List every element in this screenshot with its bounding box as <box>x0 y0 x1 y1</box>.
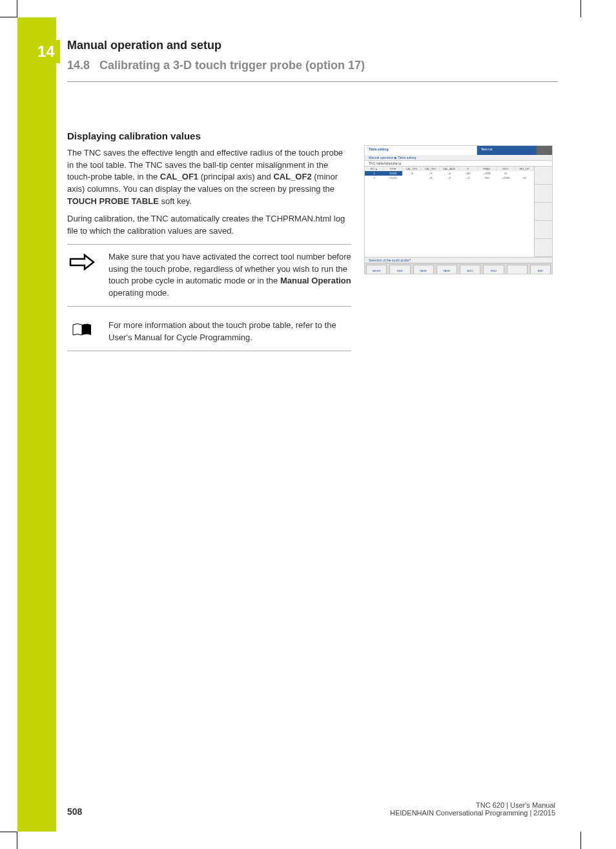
softkey: FIND <box>483 265 504 274</box>
section-number: 14.8 <box>67 59 90 72</box>
crop-mark <box>580 0 581 17</box>
col: F <box>459 167 478 171</box>
col: DIST <box>497 167 515 171</box>
page-header: Manual operation and setup 14.8 Calibrat… <box>67 39 558 82</box>
text-bold: CAL_OF2 <box>273 172 311 181</box>
cell: +2000 <box>497 176 515 180</box>
cell: 500 <box>459 171 478 176</box>
col: CAL_OF2 <box>421 167 440 171</box>
crop-mark <box>580 832 581 849</box>
col: CAL_OF1 <box>402 167 421 171</box>
table-header: NO ▲TYPECAL_OF1CAL_OF2CAL_ANGFFMAXDISTSE… <box>365 167 534 171</box>
file-path: TNC:\table\tchprobe.tp <box>365 161 552 167</box>
softkey: END <box>389 265 410 274</box>
window-icon <box>537 146 552 155</box>
col: SET_UP <box>515 167 534 171</box>
softkey: EDIT <box>460 265 480 274</box>
cell: 2 <box>365 176 384 180</box>
paragraph: During calibration, the TNC automaticall… <box>67 213 351 238</box>
page-number: 508 <box>67 806 82 817</box>
cell: 10 <box>515 176 534 180</box>
cell: +0 <box>440 171 458 176</box>
crop-mark <box>0 0 17 17</box>
text: operating mode. <box>108 288 169 298</box>
cell <box>515 171 534 176</box>
footer-line-2: HEIDENHAIN Conversational Programming | … <box>390 809 555 817</box>
note-box: For more information about the touch pro… <box>67 313 351 351</box>
col: CAL_ANG <box>440 167 458 171</box>
softkey: BEGIN <box>366 265 387 274</box>
breadcrumb: Manual operation ▶ Table editing <box>365 155 552 161</box>
screenshot-thumbnail: Table editing Test run Manual operation … <box>364 145 553 274</box>
book-icon <box>67 320 97 344</box>
note-text: For more information about the touch pro… <box>108 320 351 344</box>
softkey: END <box>530 265 551 274</box>
cell: TS120 <box>384 176 402 180</box>
window-mode: Test run <box>477 146 537 155</box>
softkey: PAGE <box>413 265 434 274</box>
paragraph: The TNC saves the effective length and e… <box>67 147 351 208</box>
side-bar <box>17 17 56 832</box>
text-bold: Manual Operation <box>280 276 351 285</box>
cell: 1 <box>365 171 384 176</box>
window-title: Table editing <box>365 146 477 155</box>
text-bold: CAL_OF1 <box>160 172 198 181</box>
table: NO ▲TYPECAL_OF1CAL_OF2CAL_ANGFFMAXDISTSE… <box>365 167 534 257</box>
col: FMAX <box>478 167 497 171</box>
cell: +0 <box>421 171 440 176</box>
cell: +0 <box>402 171 421 176</box>
note-box: Make sure that you have activated the co… <box>67 244 351 307</box>
table-row: 1TS120+0+0+0500+200010 <box>365 171 534 176</box>
softkey <box>507 265 528 274</box>
col: NO ▲ <box>365 167 384 171</box>
cell: +0 <box>459 176 478 180</box>
cell: +0 <box>440 176 458 180</box>
chapter-title: Manual operation and setup <box>67 39 558 52</box>
subheading: Displaying calibration values <box>67 129 351 143</box>
text-bold: TOUCH PROBE TABLE <box>67 196 159 206</box>
status-line: Selection of the touch probe? <box>365 257 552 263</box>
cell: +2000 <box>478 171 497 176</box>
footer: TNC 620 | User's Manual HEIDENHAIN Conve… <box>390 801 555 817</box>
side-panel <box>534 167 552 257</box>
table-row: 2TS120+0+0+0500+200010 <box>365 176 534 180</box>
section-name: Calibrating a 3-D touch trigger probe (o… <box>99 59 365 72</box>
text: soft key. <box>159 196 192 206</box>
footer-line-1: TNC 620 | User's Manual <box>390 801 555 809</box>
crop-mark <box>0 832 17 849</box>
col: TYPE <box>384 167 402 171</box>
cell: 500 <box>478 176 497 180</box>
cell: TS120 <box>384 171 402 176</box>
section-title: 14.8 Calibrating a 3-D touch trigger pro… <box>67 59 558 72</box>
cell: 10 <box>497 171 515 176</box>
softkey-row: BEGINENDPAGEPAGEEDITFINDEND <box>365 263 552 274</box>
note-text: Make sure that you have activated the co… <box>108 251 351 300</box>
cell <box>402 176 421 180</box>
arrow-right-icon <box>67 251 97 300</box>
body-content: Displaying calibration values The TNC sa… <box>67 129 351 351</box>
chapter-number: 14 <box>32 40 60 63</box>
cell: +0 <box>421 176 440 180</box>
text: (principal axis) and <box>198 172 273 181</box>
softkey: PAGE <box>436 265 457 274</box>
